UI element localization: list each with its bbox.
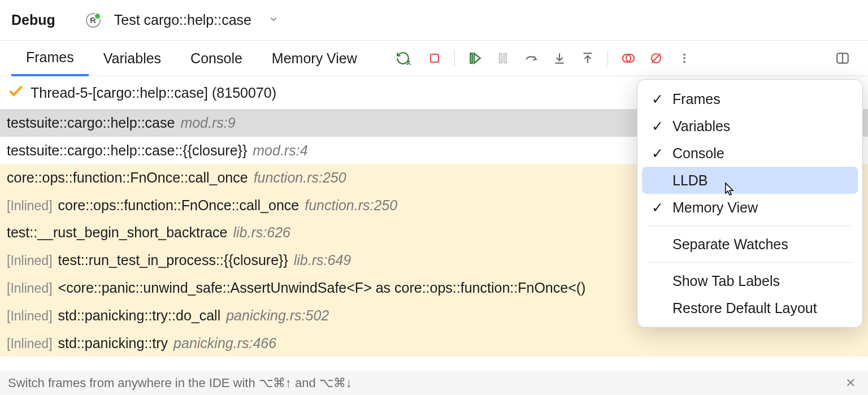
inlined-label: [Inlined] (7, 336, 53, 353)
frame-name: std::panicking::try::do_call (58, 306, 221, 325)
frame-name: testsuite::cargo::help::case::{{closure}… (7, 141, 247, 160)
tab-frames[interactable]: Frames (11, 41, 89, 76)
view-breakpoints-icon[interactable] (616, 46, 640, 70)
popup-item-restore-layout[interactable]: Restore Default Layout (642, 294, 858, 322)
frame-name: core::ops::function::FnOnce::call_once (58, 196, 300, 215)
popup-item-label: Show Tab Labels (672, 273, 780, 289)
frame-location: lib.rs:649 (294, 251, 351, 270)
frame-row[interactable]: [Inlined] std::panicking::try panicking.… (0, 329, 868, 357)
inlined-label: [Inlined] (7, 198, 53, 215)
frame-location: function.rs:250 (305, 196, 397, 215)
step-out-icon[interactable] (576, 46, 600, 70)
checkmark-icon: ✓ (651, 199, 663, 216)
checkmark-icon: ✓ (651, 118, 663, 134)
popup-item-frames[interactable]: ✓ Frames (642, 85, 858, 112)
tab-memory-view[interactable]: Memory View (257, 41, 372, 76)
svg-point-0 (407, 60, 410, 63)
popup-item-show-tab-labels[interactable]: Show Tab Labels (642, 267, 858, 294)
checkmark-icon (8, 83, 24, 102)
popup-item-label: LLDB (672, 172, 708, 189)
frame-name: test::run_test_in_process::{{closure}} (58, 251, 288, 270)
toolbar-separator (454, 50, 455, 66)
debug-titlebar: Debug R Test cargo::help::case (0, 0, 868, 41)
tab-variables[interactable]: Variables (89, 41, 176, 76)
svg-rect-4 (500, 54, 502, 63)
frame-location: lib.rs:626 (233, 223, 290, 242)
popup-item-label: Console (672, 145, 724, 162)
layout-popup: ✓ Frames ✓ Variables ✓ Console LLDB ✓ Me… (637, 79, 863, 328)
svg-rect-2 (470, 53, 472, 63)
debug-title: Debug (11, 12, 55, 28)
rerun-icon[interactable] (394, 46, 418, 70)
popup-item-label: Separate Watches (672, 236, 788, 253)
debug-toolbar: Frames Variables Console Memory View (0, 41, 868, 76)
mute-breakpoints-icon[interactable] (644, 46, 668, 70)
popup-item-lldb[interactable]: LLDB (642, 167, 858, 194)
svg-point-15 (683, 57, 685, 59)
close-icon[interactable]: ✕ (841, 374, 860, 393)
frame-name: test::__rust_begin_short_backtrace (7, 223, 228, 242)
step-into-icon[interactable] (548, 46, 571, 70)
frame-name: std::panicking::try (58, 334, 168, 353)
layout-settings-icon[interactable] (831, 46, 854, 70)
run-configuration-name[interactable]: Test cargo::help::case (114, 12, 251, 28)
resume-icon[interactable] (463, 46, 487, 70)
pause-icon (491, 46, 515, 70)
checkmark-icon: ✓ (651, 91, 663, 107)
popup-item-label: Variables (672, 118, 730, 134)
more-icon[interactable] (672, 46, 696, 70)
hint-text: Switch frames from anywhere in the IDE w… (8, 376, 352, 390)
popup-item-separate-watches[interactable]: Separate Watches (642, 231, 858, 258)
stop-icon[interactable] (423, 46, 446, 70)
inlined-label: [Inlined] (7, 280, 53, 297)
checkmark-icon: ✓ (651, 145, 663, 162)
frame-name: testsuite::cargo::help::case (7, 114, 175, 132)
rust-icon: R (86, 13, 101, 28)
frame-location: mod.rs:9 (180, 114, 235, 132)
popup-separator (648, 262, 852, 263)
popup-item-variables[interactable]: ✓ Variables (642, 112, 858, 140)
chevron-down-icon[interactable] (268, 12, 279, 28)
svg-rect-1 (431, 54, 439, 62)
popup-item-label: Frames (672, 91, 721, 107)
popup-item-label: Restore Default Layout (672, 300, 817, 316)
svg-marker-3 (474, 53, 480, 63)
svg-rect-5 (504, 54, 506, 63)
tab-console[interactable]: Console (176, 41, 257, 76)
svg-point-14 (683, 54, 685, 56)
frame-location: function.rs:250 (254, 168, 346, 187)
frame-location: panicking.rs:502 (226, 306, 329, 325)
frame-location: panicking.rs:466 (173, 334, 276, 353)
step-over-icon[interactable] (519, 46, 543, 70)
frame-name: <core::panic::unwind_safe::AssertUnwindS… (58, 279, 586, 297)
svg-point-16 (683, 61, 685, 63)
thread-label: Thread-5-[cargo::help::case] (8150070) (31, 85, 276, 101)
frame-name: core::ops::function::FnOnce::call_once (7, 168, 248, 187)
inlined-label: [Inlined] (7, 253, 53, 270)
frame-location: mod.rs:4 (253, 141, 307, 160)
toolbar-separator (607, 50, 608, 66)
inlined-label: [Inlined] (7, 308, 53, 325)
popup-separator (648, 225, 852, 226)
hint-bar: Switch frames from anywhere in the IDE w… (0, 371, 868, 395)
popup-item-label: Memory View (672, 199, 758, 216)
popup-item-console[interactable]: ✓ Console (642, 140, 858, 167)
popup-item-memory-view[interactable]: ✓ Memory View (642, 194, 858, 221)
